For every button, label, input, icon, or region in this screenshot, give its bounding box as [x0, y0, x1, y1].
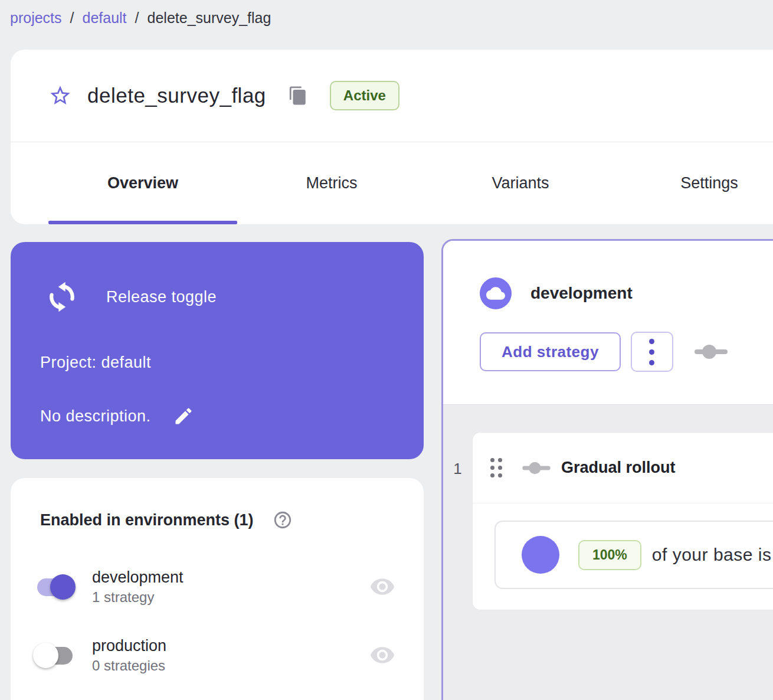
strategy-title: Gradual rollout [561, 459, 676, 477]
environment-menu-button[interactable] [631, 332, 673, 372]
breadcrumb-default[interactable]: default [83, 9, 127, 27]
rollout-circle-icon [522, 536, 559, 574]
description-row: No description. [40, 405, 195, 427]
rollout-strategy-icon [522, 462, 551, 475]
add-strategy-button[interactable]: Add strategy [480, 332, 621, 371]
env-row-production: production 0 strategies [34, 633, 395, 678]
release-toggle-card: Release toggle Project: default No descr… [11, 242, 424, 459]
breadcrumb-separator: / [135, 9, 139, 27]
copy-name-button[interactable] [287, 85, 309, 106]
production-toggle[interactable] [34, 642, 76, 669]
environment-name-row: development [480, 277, 773, 309]
strategy-list: 1 Gradual rollout 100% of your base is [443, 432, 773, 610]
favorite-button[interactable] [48, 84, 72, 107]
production-visibility-button[interactable] [369, 642, 395, 668]
breadcrumb: projects / default / delete_survey_flag [10, 9, 271, 27]
environment-name: development [530, 284, 633, 303]
env-name: development [92, 568, 184, 587]
help-icon [273, 510, 293, 530]
strategy-header: Gradual rollout [473, 433, 773, 503]
strategy-body: 100% of your base is [473, 503, 773, 610]
development-environment-panel: development Add strategy 1 [441, 239, 773, 700]
tab-settings[interactable]: Settings [615, 142, 773, 224]
kebab-icon [649, 360, 654, 365]
rollout-description: of your base is [652, 545, 772, 565]
star-outline-icon [48, 84, 72, 107]
tab-bar: Overview Metrics Variants Settings [48, 142, 773, 224]
env-strategy-count: 0 strategies [92, 658, 166, 674]
status-badge: Active [330, 81, 399, 110]
rollout-summary-card: 100% of your base is [494, 521, 773, 589]
sync-icon [46, 281, 78, 313]
env-row-development: development 1 strategy [34, 564, 395, 609]
environment-actions-row: Add strategy [480, 332, 773, 372]
development-toggle[interactable] [34, 573, 76, 600]
pencil-icon [173, 405, 194, 427]
env-labels: development 1 strategy [92, 568, 184, 606]
tab-overview[interactable]: Overview [48, 142, 237, 224]
environments-title-row: Enabled in environments (1) [40, 510, 293, 530]
breadcrumb-projects[interactable]: projects [10, 9, 62, 27]
environment-header: development Add strategy [443, 241, 773, 405]
tab-variants[interactable]: Variants [426, 142, 615, 224]
kebab-icon [649, 339, 654, 344]
rollout-percent-badge: 100% [578, 540, 641, 570]
eye-icon [369, 642, 395, 668]
flag-type-label: Release toggle [106, 288, 217, 306]
breadcrumb-separator: / [70, 9, 74, 27]
rollout-strategy-icon [695, 344, 728, 359]
project-label: Project: default [40, 354, 151, 372]
flag-header-card: delete_survey_flag Active Overview Metri… [11, 50, 773, 224]
flag-title-row: delete_survey_flag Active [48, 50, 773, 142]
toggle-thumb [33, 643, 58, 668]
release-type-row: Release toggle [46, 281, 217, 313]
enabled-environments-card: Enabled in environments (1) development … [11, 478, 424, 700]
environments-title: Enabled in environments (1) [40, 511, 254, 529]
env-strategy-count: 1 strategy [92, 589, 184, 606]
description-label: No description. [40, 407, 151, 426]
breadcrumb-current-page: delete_survey_flag [148, 9, 271, 27]
env-labels: production 0 strategies [92, 637, 166, 674]
toggle-thumb [50, 574, 76, 600]
drag-handle[interactable] [490, 458, 502, 477]
strategy-index: 1 [443, 432, 472, 610]
cloud-icon [486, 284, 505, 303]
eye-icon [369, 574, 395, 600]
edit-description-button[interactable] [172, 405, 195, 427]
tab-metrics[interactable]: Metrics [237, 142, 426, 224]
copy-icon [288, 86, 308, 106]
kebab-icon [649, 349, 654, 355]
page-title: delete_survey_flag [87, 84, 266, 107]
development-visibility-button[interactable] [369, 574, 395, 600]
help-button[interactable] [273, 510, 293, 530]
strategy-card: Gradual rollout 100% of your base is [472, 432, 773, 610]
environment-avatar [480, 277, 512, 309]
env-name: production [92, 637, 166, 655]
